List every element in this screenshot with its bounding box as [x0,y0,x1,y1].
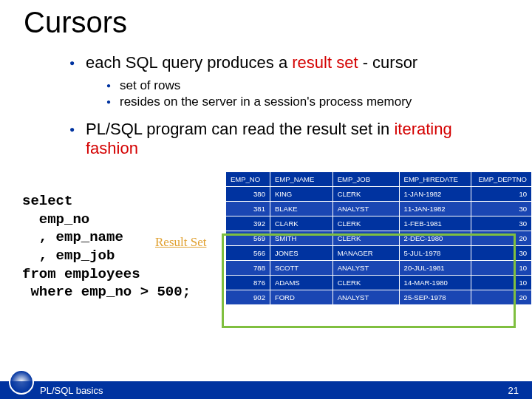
bullet-result-set: ● each SQL query produces a result set -… [86,53,417,72]
table-cell: 566 [226,246,270,261]
bullet-dot-icon: ● [69,124,75,134]
col-deptno: EMP_DEPTNO [471,172,532,187]
bullet-dot-icon: ● [106,98,111,106]
result-set-label: Result Set [155,235,206,250]
text: resides on the server in a session's pro… [120,95,412,109]
table-cell: 14-MAR-1980 [399,276,471,290]
table-cell: CLERK [332,231,399,246]
bullet-plsql: ● PL/SQL program can read the result set… [86,120,499,158]
table-row: 392CLARKCLERK1-FEB-198130 [226,216,532,231]
table-cell: 20 [471,290,532,305]
bullet-dot-icon: ● [106,81,111,89]
table-row: 380KINGCLERK1-JAN-198210 [226,187,532,202]
text-red: result set [292,53,358,72]
table-cell: SMITH [270,231,332,246]
table-cell: CLERK [332,187,399,202]
table-cell: ANALYST [332,290,399,305]
table-header-row: EMP_NO EMP_NAME EMP_JOB EMP_HIREDATE EMP… [226,172,532,187]
table-cell: JONES [270,246,332,261]
table-cell: 30 [471,246,532,261]
table-cell: 902 [226,290,270,305]
sub-bullet-rows: ● set of rows [120,78,180,93]
text: set of rows [120,78,180,92]
table-cell: CLERK [332,276,399,290]
page-number: 21 [508,385,519,396]
table-cell: 10 [471,261,532,276]
sub-bullet-memory: ● resides on the server in a session's p… [120,95,412,109]
table-cell: 10 [471,276,532,290]
col-empjob: EMP_JOB [332,172,399,187]
slide: Cursors ● each SQL query produces a resu… [0,0,532,399]
table-cell: 2-DEC-1980 [399,231,471,246]
table-cell: 569 [226,231,270,246]
table-cell: 20-JUL-1981 [399,261,471,276]
text: - cursor [358,53,418,72]
table-cell: 25-SEP-1978 [399,290,471,305]
table-cell: 30 [471,216,532,231]
table-cell: 381 [226,202,270,216]
table-cell: CLERK [332,216,399,231]
col-hiredate: EMP_HIREDATE [399,172,471,187]
table-cell: ADAMS [270,276,332,290]
footer-bar: PL/SQL basics 21 [0,381,532,399]
table-cell: FORD [270,290,332,305]
table-row: 569SMITHCLERK2-DEC-198020 [226,231,532,246]
text: each SQL query produces a [86,53,292,72]
table-cell: ANALYST [332,202,399,216]
table-cell: 380 [226,187,270,202]
col-empname: EMP_NAME [270,172,332,187]
table-row: 381BLAKEANALYST11-JAN-198230 [226,202,532,216]
table-cell: SCOTT [270,261,332,276]
table-cell: 788 [226,261,270,276]
table-cell: 10 [471,187,532,202]
table-cell: CLARK [270,216,332,231]
footer-text: PL/SQL basics [40,385,103,396]
table-cell: MANAGER [332,246,399,261]
table-cell: 11-JAN-1982 [399,202,471,216]
table-cell: 1-FEB-1981 [399,216,471,231]
table-cell: BLAKE [270,202,332,216]
table-cell: KING [270,187,332,202]
bullet-dot-icon: ● [69,58,75,68]
slide-title: Cursors [24,6,127,39]
table-cell: 1-JAN-1982 [399,187,471,202]
table-row: 876ADAMSCLERK14-MAR-198010 [226,276,532,290]
table-row: 902FORDANALYST25-SEP-197820 [226,290,532,305]
result-table: EMP_NO EMP_NAME EMP_JOB EMP_HIREDATE EMP… [225,171,532,305]
table-row: 566JONESMANAGER5-JUL-197830 [226,246,532,261]
table-cell: 5-JUL-1978 [399,246,471,261]
table-cell: 876 [226,276,270,290]
table-cell: 30 [471,202,532,216]
cern-logo-icon [9,369,34,395]
text: PL/SQL program can read the result set i… [86,120,394,138]
col-empno: EMP_NO [226,172,270,187]
table-cell: 20 [471,231,532,246]
table-cell: 392 [226,216,270,231]
table-cell: ANALYST [332,261,399,276]
table-row: 788SCOTTANALYST20-JUL-198110 [226,261,532,276]
table-body: 380KINGCLERK1-JAN-198210381BLAKEANALYST1… [226,187,532,305]
